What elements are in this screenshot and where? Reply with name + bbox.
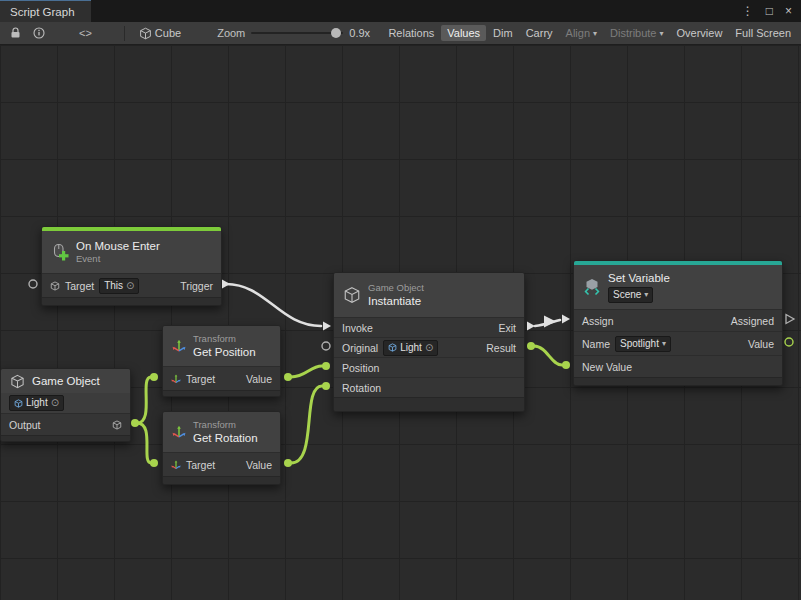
unity-graph-window: Script Graph ⋮ □ × <> Cube Zoom 0.9x R bbox=[0, 0, 801, 600]
tab-title: Script Graph bbox=[10, 6, 75, 18]
relations-button[interactable]: Relations bbox=[382, 25, 440, 41]
info-icon[interactable] bbox=[27, 27, 51, 39]
node-get-position[interactable]: Transform Get Position Target Value bbox=[162, 325, 281, 397]
cube-icon bbox=[139, 27, 152, 40]
port-label-assigned: Assigned bbox=[731, 315, 774, 327]
values-button[interactable]: Values bbox=[441, 25, 486, 41]
port-label-exit: Exit bbox=[498, 322, 516, 334]
port-assigned-output[interactable] bbox=[786, 315, 794, 324]
port-original-input[interactable] bbox=[322, 342, 330, 350]
code-view-icon[interactable]: <> bbox=[73, 27, 98, 39]
target-value: This bbox=[104, 280, 123, 292]
node-title: Get Position bbox=[193, 345, 256, 359]
port-assign-input[interactable] bbox=[562, 315, 570, 324]
dim-button[interactable]: Dim bbox=[487, 25, 519, 41]
port-getrotation-value[interactable] bbox=[284, 459, 292, 467]
port-target-input[interactable] bbox=[29, 280, 37, 288]
object-picker-icon[interactable]: ⊙ bbox=[126, 280, 134, 292]
node-title: On Mouse Enter bbox=[76, 239, 160, 253]
node-category: Transform bbox=[193, 419, 258, 431]
kebab-menu-icon[interactable]: ⋮ bbox=[742, 4, 754, 18]
node-title: Set Variable bbox=[608, 271, 670, 285]
port-position-input[interactable] bbox=[322, 362, 330, 370]
wire-output-to-getposition-target[interactable] bbox=[137, 377, 151, 423]
port-exit-output[interactable] bbox=[527, 322, 535, 331]
node-category: Game Object bbox=[368, 282, 424, 294]
lock-icon[interactable] bbox=[4, 27, 27, 39]
distribute-label: Distribute bbox=[610, 27, 656, 39]
wire-result-to-new-value[interactable] bbox=[534, 346, 562, 365]
port-invoke-input[interactable] bbox=[323, 322, 331, 331]
node-title: Get Rotation bbox=[193, 431, 258, 445]
node-get-rotation[interactable]: Transform Get Rotation Target Value bbox=[162, 411, 281, 485]
original-value: Light bbox=[400, 342, 422, 354]
object-value: Light bbox=[26, 397, 48, 409]
wire-position-value-to-instantiate[interactable] bbox=[291, 366, 322, 377]
overview-button[interactable]: Overview bbox=[671, 25, 729, 41]
node-set-variable[interactable]: Set Variable Scene ▾ Assign Assigned Nam… bbox=[573, 260, 783, 386]
port-label-target: Target bbox=[186, 459, 215, 471]
wire-trigger-to-invoke[interactable] bbox=[226, 284, 321, 326]
node-footer bbox=[574, 377, 782, 385]
node-on-mouse-enter[interactable]: On Mouse Enter Event Target This ⊙ Trigg… bbox=[41, 226, 222, 306]
wire-exit-to-assign[interactable] bbox=[535, 320, 560, 326]
node-footer bbox=[1, 435, 130, 441]
wire-output-to-getrotation-target[interactable] bbox=[137, 423, 151, 463]
variable-kind-dropdown[interactable]: Scene ▾ bbox=[608, 287, 653, 303]
port-rotation-input[interactable] bbox=[322, 382, 330, 390]
maximize-icon[interactable]: □ bbox=[766, 4, 773, 18]
object-picker-icon[interactable]: ⊙ bbox=[51, 397, 59, 409]
port-new-value-input[interactable] bbox=[562, 361, 570, 369]
fullscreen-button[interactable]: Full Screen bbox=[729, 25, 797, 41]
chevron-down-icon: ▾ bbox=[660, 29, 664, 38]
port-trigger-output[interactable] bbox=[222, 280, 230, 289]
graph-toolbar: <> Cube Zoom 0.9x Relations Values Dim C… bbox=[0, 22, 801, 45]
zoom-slider[interactable] bbox=[251, 32, 343, 34]
tab-script-graph[interactable]: Script Graph bbox=[0, 0, 91, 22]
node-instantiate[interactable]: Game Object Instantiate Invoke Exit Orig… bbox=[333, 272, 525, 412]
variable-kind: Scene bbox=[613, 289, 641, 301]
object-value-chip[interactable]: Light ⊙ bbox=[9, 395, 64, 411]
transform-icon bbox=[171, 374, 181, 384]
carry-button[interactable]: Carry bbox=[520, 25, 559, 41]
port-label-value: Value bbox=[246, 373, 272, 385]
variable-icon bbox=[583, 278, 601, 296]
port-label-invoke: Invoke bbox=[342, 322, 373, 334]
target-value-chip[interactable]: This ⊙ bbox=[99, 278, 139, 294]
graph-target-label: Cube bbox=[155, 27, 181, 39]
game-object-cube-icon bbox=[14, 399, 23, 408]
cube-icon bbox=[112, 420, 122, 430]
port-gameobject-output[interactable] bbox=[131, 419, 139, 427]
cube-icon bbox=[50, 281, 60, 291]
node-footer bbox=[42, 297, 221, 305]
zoom-slider-handle[interactable] bbox=[331, 28, 341, 38]
zoom-value: 0.9x bbox=[349, 27, 370, 39]
node-game-object[interactable]: Game Object Light ⊙ Output bbox=[0, 368, 131, 442]
toolbar-button-group: Relations Values Dim Carry Align ▾ Distr… bbox=[382, 25, 797, 41]
port-label-target: Target bbox=[65, 280, 94, 292]
tab-bar: Script Graph ⋮ □ × bbox=[0, 0, 801, 22]
port-label-original: Original bbox=[342, 342, 378, 354]
toolbar-separator bbox=[124, 26, 125, 41]
port-result-output[interactable] bbox=[527, 342, 535, 350]
port-getrotation-target[interactable] bbox=[150, 459, 158, 467]
port-getposition-target[interactable] bbox=[150, 373, 158, 381]
port-value-output[interactable] bbox=[785, 338, 793, 346]
original-value-chip[interactable]: Light ⊙ bbox=[383, 340, 438, 356]
port-label-rotation: Rotation bbox=[342, 382, 381, 394]
graph-canvas[interactable]: On Mouse Enter Event Target This ⊙ Trigg… bbox=[0, 45, 801, 600]
port-label-name: Name bbox=[582, 338, 610, 350]
variable-name-dropdown[interactable]: Spotlight ▾ bbox=[615, 336, 671, 352]
object-picker-icon[interactable]: ⊙ bbox=[425, 342, 433, 354]
align-dropdown[interactable]: Align ▾ bbox=[560, 25, 603, 41]
port-getposition-value[interactable] bbox=[284, 373, 292, 381]
wire-rotation-value-to-instantiate[interactable] bbox=[291, 386, 322, 463]
port-label-value: Value bbox=[748, 338, 774, 350]
graph-target-button[interactable]: Cube bbox=[133, 25, 187, 42]
node-category: Transform bbox=[193, 333, 256, 345]
cube-icon bbox=[343, 286, 361, 304]
close-icon[interactable]: × bbox=[785, 4, 792, 18]
chevron-down-icon: ▾ bbox=[644, 290, 648, 300]
port-label-position: Position bbox=[342, 362, 379, 374]
distribute-dropdown[interactable]: Distribute ▾ bbox=[604, 25, 669, 41]
